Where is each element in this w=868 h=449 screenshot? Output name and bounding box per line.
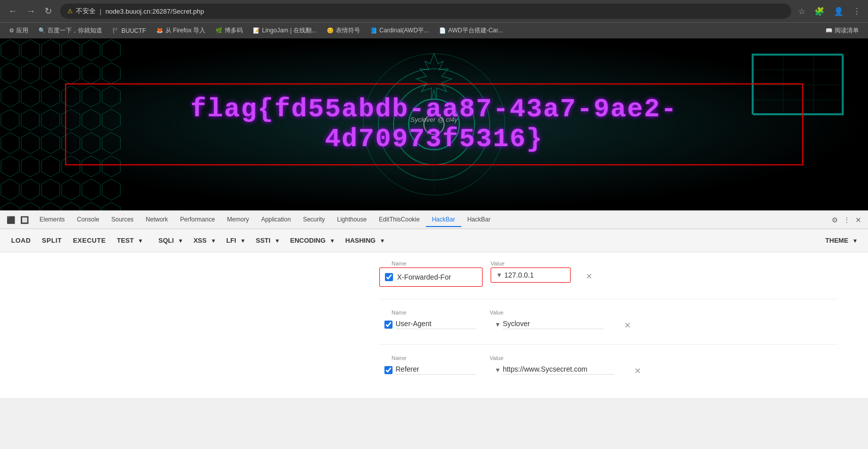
devtools-panel: ⬛ 🔲 Elements Console Sources Network Per… xyxy=(0,210,868,398)
tab-hackbar-1[interactable]: HackBar xyxy=(426,213,461,227)
header1-value-field: Value ▼ xyxy=(491,260,571,283)
browser-actions: ☆ 🧩 👤 ⋮ xyxy=(796,5,863,18)
header2-name-input[interactable] xyxy=(396,320,476,329)
header2-delete-button[interactable]: ✕ xyxy=(621,320,634,331)
header3-checkbox[interactable] xyxy=(384,366,393,374)
avatar-button[interactable]: 👤 xyxy=(832,5,846,18)
tab-application[interactable]: Application xyxy=(255,213,297,227)
header2-name-label: Name xyxy=(379,309,482,316)
bookmark-emoji[interactable]: 😊 表情符号 xyxy=(323,25,364,36)
header3-name-input[interactable] xyxy=(396,365,476,375)
address-bar[interactable]: ⚠ 不安全 | node3.buuoj.cn:26287/Secret.php xyxy=(60,4,791,19)
bookmark-buuctf[interactable]: 🏴 BUUCTF xyxy=(108,26,150,35)
menu-button[interactable]: ⋮ xyxy=(851,5,863,18)
header1-value-input[interactable] xyxy=(504,271,565,279)
hackbar-sqli-arrow[interactable]: ▼ xyxy=(175,236,187,246)
header3-delete-button[interactable]: ✕ xyxy=(631,365,644,377)
bookmark-lingojam[interactable]: 📝 LingoJam | 在线翻... xyxy=(249,25,321,36)
hackbar-hashing-dropdown[interactable]: HASHING ▼ xyxy=(341,235,388,246)
forward-button[interactable]: → xyxy=(23,5,38,18)
header3-value-field: Value ▼ xyxy=(490,355,619,378)
hackbar-test-dropdown[interactable]: TEST ▼ xyxy=(113,235,146,246)
header1-value-container: ▼ xyxy=(491,267,571,283)
header3-value-container: ▼ xyxy=(490,362,619,378)
devtools-close-btn[interactable]: ✕ xyxy=(854,214,863,226)
bookmark-awd[interactable]: 📄 AWD平台搭建-Car... xyxy=(435,25,507,36)
header-row-1: Name Value ▼ ✕ xyxy=(10,260,858,287)
buuctf-icon: 🏴 xyxy=(112,27,119,34)
tab-performance[interactable]: Performance xyxy=(174,213,221,227)
emoji-icon: 😊 xyxy=(327,27,334,34)
hackbar-encoding-dropdown[interactable]: ENCODING ▼ xyxy=(286,235,338,246)
extensions-button[interactable]: 🧩 xyxy=(812,5,827,18)
awd-icon: 📄 xyxy=(439,27,446,34)
bookmark-apps[interactable]: ⚙ 应用 xyxy=(5,25,32,36)
apps-icon: ⚙ xyxy=(9,27,14,34)
header1-dropdown-arrow: ▼ xyxy=(496,272,502,279)
devtools-toggle-btn[interactable]: 🔲 xyxy=(19,214,30,226)
hackbar-split-button[interactable]: SPLIT xyxy=(38,235,66,246)
bookmark-baidu[interactable]: 🔍 百度一下，你就知道 xyxy=(34,25,106,36)
hackbar-theme-dropdown[interactable]: THEME ▼ xyxy=(821,235,861,246)
header2-name-container xyxy=(379,317,482,332)
tab-sources[interactable]: Sources xyxy=(105,213,140,227)
hackbar-lfi-dropdown[interactable]: LFI ▼ xyxy=(222,235,248,246)
hackbar-test-arrow[interactable]: ▼ xyxy=(135,236,146,246)
header2-dropdown-arrow: ▼ xyxy=(495,321,501,328)
hackbar-lfi-button[interactable]: LFI xyxy=(222,235,237,246)
star-button[interactable]: ☆ xyxy=(796,5,807,18)
tab-hackbar-2[interactable]: HackBar xyxy=(461,213,497,227)
header1-delete-button[interactable]: ✕ xyxy=(583,271,595,282)
back-button[interactable]: ← xyxy=(5,5,20,18)
header2-checkbox[interactable] xyxy=(384,321,393,329)
hackbar-sqli-button[interactable]: SQLI xyxy=(154,235,175,246)
hackbar-execute-button[interactable]: EXECUTE xyxy=(69,235,110,246)
devtools-dock-btn[interactable]: ⬛ xyxy=(5,214,17,226)
hackbar-encoding-button[interactable]: ENCODING xyxy=(286,235,327,246)
devtools-tab-actions: ⚙ ⋮ ✕ xyxy=(827,214,866,226)
devtools-more-btn[interactable]: ⋮ xyxy=(842,214,852,226)
hackbar-xss-button[interactable]: XSS xyxy=(189,235,207,246)
hackbar-xss-dropdown[interactable]: XSS ▼ xyxy=(189,235,219,246)
bodo-icon: 🌿 xyxy=(215,27,223,34)
hackbar-lfi-arrow[interactable]: ▼ xyxy=(237,236,249,246)
header2-value-label: Value xyxy=(490,309,609,316)
hackbar-ssti-dropdown[interactable]: SSTI ▼ xyxy=(252,235,283,246)
hackbar-hashing-button[interactable]: HASHING xyxy=(341,235,377,246)
hackbar-test-button[interactable]: TEST xyxy=(113,235,135,246)
hackbar-theme-arrow[interactable]: ▼ xyxy=(849,236,861,246)
hackbar-ssti-arrow[interactable]: ▼ xyxy=(272,236,283,246)
hackbar-encoding-arrow[interactable]: ▼ xyxy=(327,236,338,246)
bookmark-reading-list[interactable]: 📖 阅读清单 xyxy=(821,25,863,36)
tab-security[interactable]: Security xyxy=(297,213,331,227)
header2-value-input[interactable] xyxy=(503,320,604,329)
devtools-settings-btn[interactable]: ⚙ xyxy=(830,214,840,226)
browser-chrome: ← → ↻ ⚠ 不安全 | node3.buuoj.cn:26287/Secre… xyxy=(0,0,868,38)
hackbar-theme-button[interactable]: THEME xyxy=(821,235,850,246)
header2-value-container: ▼ xyxy=(490,317,609,332)
header1-name-input[interactable] xyxy=(396,271,477,283)
header-row-2: Name Value ▼ ✕ xyxy=(10,309,858,332)
header3-value-input[interactable] xyxy=(503,365,614,375)
firefox-icon: 🦊 xyxy=(156,27,163,34)
bookmark-cardinal[interactable]: 📘 Cardinal(AWD平... xyxy=(366,25,433,36)
bookmark-bodo[interactable]: 🌿 博多码 xyxy=(211,25,247,36)
hackbar-ssti-button[interactable]: SSTI xyxy=(252,235,272,246)
hackbar-hashing-arrow[interactable]: ▼ xyxy=(376,236,388,246)
nav-bar: ← → ↻ ⚠ 不安全 | node3.buuoj.cn:26287/Secre… xyxy=(0,0,868,22)
hackbar-load-button[interactable]: LOAD xyxy=(7,235,35,246)
header1-checkbox[interactable] xyxy=(385,273,393,281)
devtools-tabs-bar: ⬛ 🔲 Elements Console Sources Network Per… xyxy=(0,211,868,229)
tab-lighthouse[interactable]: Lighthouse xyxy=(331,213,373,227)
reload-button[interactable]: ↻ xyxy=(41,5,55,18)
tab-memory[interactable]: Memory xyxy=(221,213,255,227)
hackbar-xss-arrow[interactable]: ▼ xyxy=(207,236,219,246)
tab-elements[interactable]: Elements xyxy=(33,213,71,227)
bookmark-firefox[interactable]: 🦊 从 Firefox 导入 xyxy=(152,25,209,36)
reading-list-icon: 📖 xyxy=(826,27,833,34)
flag-text: flag{fd55abdb-aa87-43a7-9ae2-4d70973f531… xyxy=(81,95,787,154)
hackbar-sqli-dropdown[interactable]: SQLI ▼ xyxy=(154,235,186,246)
tab-editthiscookie[interactable]: EditThisCookie xyxy=(373,213,426,227)
tab-console[interactable]: Console xyxy=(71,213,105,227)
tab-network[interactable]: Network xyxy=(140,213,174,227)
